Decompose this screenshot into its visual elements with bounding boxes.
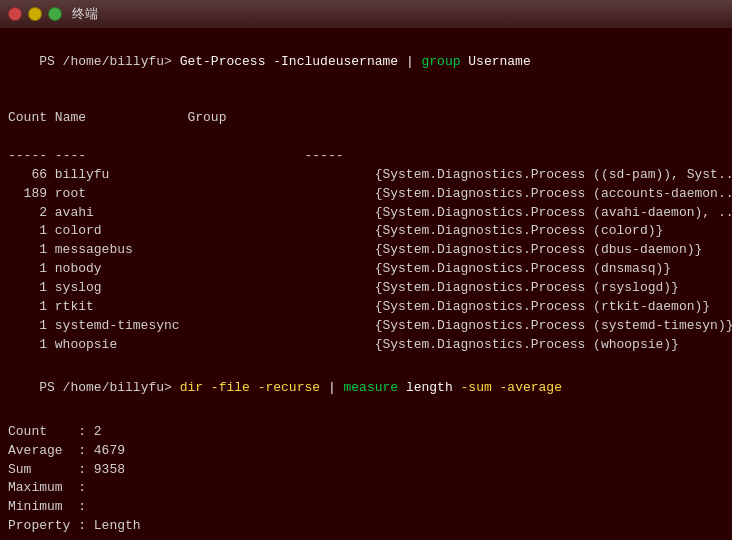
cmd1-arg: Username xyxy=(461,54,531,69)
table-row: 1 nobody {System.Diagnostics.Process (dn… xyxy=(8,260,724,279)
cmd2-arg2: -sum -average xyxy=(461,380,562,395)
table-row: 189 root {System.Diagnostics.Process (ac… xyxy=(8,185,724,204)
table-row: 1 colord {System.Diagnostics.Process (co… xyxy=(8,222,724,241)
command-line-2: PS /home/billyfu> dir -file -recurse | m… xyxy=(8,360,724,417)
cmd2-main: dir -file -recurse xyxy=(180,380,320,395)
sep-count: ----- xyxy=(8,148,47,163)
prompt-2: PS /home/billyfu> xyxy=(39,380,179,395)
stat-sum: Sum : 9358 xyxy=(8,461,724,480)
stat-count: Count : 2 xyxy=(8,423,724,442)
table-row: 1 syslog {System.Diagnostics.Process (rs… xyxy=(8,279,724,298)
window-title: 终端 xyxy=(72,5,98,23)
table-header: Count Name Group xyxy=(8,91,724,129)
stat-minimum: Minimum : xyxy=(8,498,724,517)
command-line-1: PS /home/billyfu> Get-Process -Includeus… xyxy=(8,34,724,91)
col-name: Name xyxy=(55,110,86,125)
sep-name: ---- xyxy=(55,148,86,163)
table-row: 1 messagebus {System.Diagnostics.Process… xyxy=(8,241,724,260)
stat-average: Average : 4679 xyxy=(8,442,724,461)
col-group: Group xyxy=(187,110,226,125)
maximize-button[interactable] xyxy=(48,7,62,21)
cmd1-main: Get-Process -Includeusername xyxy=(180,54,398,69)
close-button[interactable] xyxy=(8,7,22,21)
title-bar: 终端 xyxy=(0,0,732,28)
table-row: 1 rtkit {System.Diagnostics.Process (rtk… xyxy=(8,298,724,317)
table-separator: ----- ---- ----- xyxy=(8,128,724,166)
terminal[interactable]: PS /home/billyfu> Get-Process -Includeus… xyxy=(0,28,732,540)
cmd2-arg1: length xyxy=(398,380,460,395)
cmd1-keyword: group xyxy=(422,54,461,69)
cmd2-pipe: | xyxy=(320,380,343,395)
stat-property: Property : Length xyxy=(8,517,724,536)
table-row: 66 billyfu {System.Diagnostics.Process (… xyxy=(8,166,724,185)
table-row: 1 whoopsie {System.Diagnostics.Process (… xyxy=(8,336,724,355)
col-count: Count xyxy=(8,110,47,125)
cmd1-pipe: | xyxy=(398,54,421,69)
minimize-button[interactable] xyxy=(28,7,42,21)
table-row: 2 avahi {System.Diagnostics.Process (ava… xyxy=(8,204,724,223)
table-row: 1 systemd-timesync {System.Diagnostics.P… xyxy=(8,317,724,336)
sep-group: ----- xyxy=(304,148,343,163)
prompt-1: PS /home/billyfu> xyxy=(39,54,179,69)
cmd2-keyword: measure xyxy=(344,380,399,395)
stat-maximum: Maximum : xyxy=(8,479,724,498)
